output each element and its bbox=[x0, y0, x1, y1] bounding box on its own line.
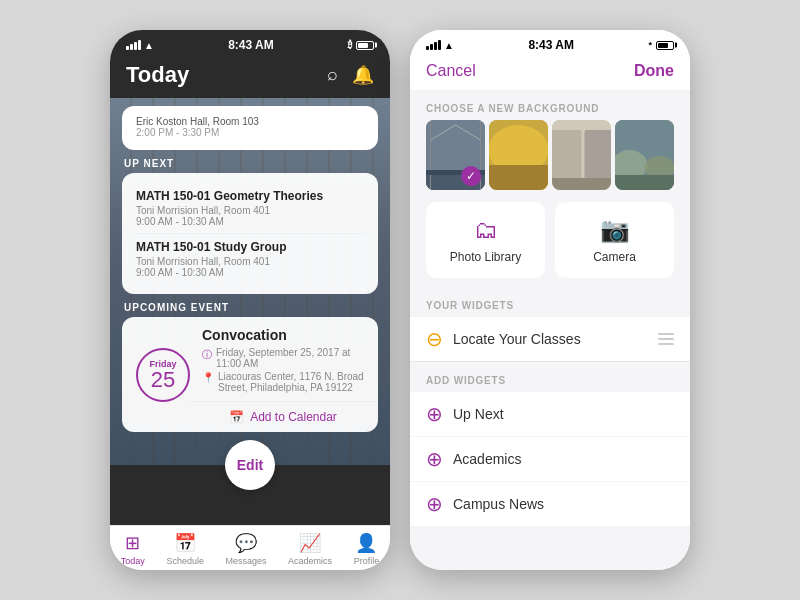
right-wifi-icon: ▲ bbox=[444, 40, 454, 51]
upcoming-event-card[interactable]: Friday 25 Convocation ⓘ Friday, Septembe… bbox=[122, 317, 378, 432]
cancel-button[interactable]: Cancel bbox=[426, 62, 476, 80]
add-academics-icon: ⊕ bbox=[426, 449, 443, 469]
up-next-time-1: 9:00 AM - 10:30 AM bbox=[136, 267, 364, 278]
photo-thumb-2[interactable] bbox=[489, 120, 548, 190]
up-next-label: UP NEXT bbox=[110, 150, 390, 173]
search-icon[interactable]: ⌕ bbox=[327, 64, 338, 86]
photo-library-label: Photo Library bbox=[450, 250, 521, 264]
left-status-bar: ▲ 8:43 AM ₿ bbox=[110, 30, 390, 56]
bell-icon[interactable]: 🔔 bbox=[352, 64, 374, 86]
academics-icon: 📈 bbox=[299, 532, 321, 554]
nav-today-label: Today bbox=[121, 556, 145, 566]
photo-thumb-1[interactable]: ✓ bbox=[426, 120, 485, 190]
add-up-next-icon: ⊕ bbox=[426, 404, 443, 424]
profile-icon: 👤 bbox=[355, 532, 377, 554]
widget-reorder-icon[interactable] bbox=[658, 333, 674, 345]
svg-rect-11 bbox=[552, 130, 582, 180]
nav-profile-label: Profile bbox=[354, 556, 380, 566]
header-actions: ⌕ 🔔 bbox=[327, 64, 374, 86]
right-battery-icon bbox=[656, 41, 674, 50]
add-widget-campus-news[interactable]: ⊕ Campus News bbox=[410, 482, 690, 526]
add-widget-academics[interactable]: ⊕ Academics bbox=[410, 437, 690, 481]
right-header: Cancel Done bbox=[410, 56, 690, 91]
top-event-detail: Eric Koston Hall, Room 103 2:00 PM - 3:3… bbox=[136, 116, 364, 138]
right-bluetooth-icon: * bbox=[648, 40, 652, 50]
schedule-icon: 📅 bbox=[174, 532, 196, 554]
photo-thumb-3[interactable] bbox=[552, 120, 611, 190]
photo-library-button[interactable]: 🗂 Photo Library bbox=[426, 202, 545, 278]
up-next-item-0[interactable]: MATH 150-01 Geometry Theories Toni Morri… bbox=[136, 183, 364, 233]
svg-rect-9 bbox=[489, 165, 548, 190]
nav-schedule[interactable]: 📅 Schedule bbox=[166, 532, 204, 566]
svg-rect-6 bbox=[426, 170, 485, 175]
battery-icon bbox=[356, 41, 374, 50]
upcoming-info: Convocation ⓘ Friday, September 25, 2017… bbox=[202, 327, 364, 422]
nav-today[interactable]: ⊞ Today bbox=[121, 532, 145, 566]
nav-academics[interactable]: 📈 Academics bbox=[288, 532, 332, 566]
upcoming-location-detail: 📍 Liacouras Center, 1176 N. Broad Street… bbox=[202, 371, 364, 393]
camera-button[interactable]: 📷 Camera bbox=[555, 202, 674, 278]
up-next-venue-1: Toni Morrision Hall, Room 401 bbox=[136, 256, 364, 267]
choose-background-label: CHOOSE A NEW BACKGROUND bbox=[410, 91, 690, 120]
widget-locate-classes[interactable]: ⊖ Locate Your Classes bbox=[410, 317, 690, 362]
left-header: Today ⌕ 🔔 bbox=[110, 56, 390, 98]
top-event-time: 2:00 PM - 3:30 PM bbox=[136, 127, 364, 138]
upcoming-title: Convocation bbox=[202, 327, 364, 343]
nav-academics-label: Academics bbox=[288, 556, 332, 566]
add-campus-news-label: Campus News bbox=[453, 496, 544, 512]
add-campus-news-icon: ⊕ bbox=[426, 494, 443, 514]
add-widget-up-next[interactable]: ⊕ Up Next bbox=[410, 392, 690, 436]
remove-widget-icon[interactable]: ⊖ bbox=[426, 329, 443, 349]
add-academics-label: Academics bbox=[453, 451, 521, 467]
nav-schedule-label: Schedule bbox=[166, 556, 204, 566]
svg-rect-12 bbox=[585, 130, 612, 180]
bottom-nav: ⊞ Today 📅 Schedule 💬 Messages 📈 Academic… bbox=[110, 525, 390, 570]
your-widgets-label: YOUR WIDGETS bbox=[410, 288, 690, 317]
location-icon: 📍 bbox=[202, 372, 214, 383]
clock-icon: ⓘ bbox=[202, 348, 212, 362]
add-up-next-label: Up Next bbox=[453, 406, 504, 422]
upcoming-event-label: UPCOMING EVENT bbox=[110, 294, 390, 317]
signal-bars-icon bbox=[126, 40, 141, 50]
done-button[interactable]: Done bbox=[634, 62, 674, 80]
left-time: 8:43 AM bbox=[228, 38, 274, 52]
widget-locate-label: Locate Your Classes bbox=[453, 331, 581, 347]
day-badge: Friday 25 bbox=[136, 348, 190, 402]
calendar-icon: 📅 bbox=[229, 410, 244, 424]
right-content: CHOOSE A NEW BACKGROUND ✓ bbox=[410, 91, 690, 570]
folder-icon: 🗂 bbox=[474, 216, 498, 244]
edit-button[interactable]: Edit bbox=[225, 440, 275, 490]
up-next-venue-0: Toni Morrision Hall, Room 401 bbox=[136, 205, 364, 216]
upcoming-date-detail: ⓘ Friday, September 25, 2017 at 11:00 AM bbox=[202, 347, 364, 369]
top-event-card: Eric Koston Hall, Room 103 2:00 PM - 3:3… bbox=[122, 106, 378, 150]
up-next-item-1[interactable]: MATH 150-01 Study Group Toni Morrision H… bbox=[136, 233, 364, 284]
messages-icon: 💬 bbox=[235, 532, 257, 554]
upcoming-date-text: Friday, September 25, 2017 at 11:00 AM bbox=[216, 347, 364, 369]
page-title: Today bbox=[126, 62, 189, 88]
photo-thumb-4[interactable] bbox=[615, 120, 674, 190]
nav-messages-label: Messages bbox=[225, 556, 266, 566]
picker-row: 🗂 Photo Library 📷 Camera bbox=[410, 202, 690, 288]
left-phone: ▲ 8:43 AM ₿ Today ⌕ 🔔 Eric bbox=[110, 30, 390, 570]
photo-strip: ✓ bbox=[410, 120, 690, 202]
up-next-time-0: 9:00 AM - 10:30 AM bbox=[136, 216, 364, 227]
top-event-venue: Eric Koston Hall, Room 103 bbox=[136, 116, 364, 127]
wifi-icon: ▲ bbox=[144, 40, 154, 51]
add-widgets-label: ADD WIDGETS bbox=[410, 363, 690, 392]
nav-profile[interactable]: 👤 Profile bbox=[354, 532, 380, 566]
add-calendar-btn[interactable]: 📅 Add to Calendar bbox=[188, 401, 378, 432]
nav-messages[interactable]: 💬 Messages bbox=[225, 532, 266, 566]
right-time: 8:43 AM bbox=[528, 38, 574, 52]
svg-rect-17 bbox=[615, 175, 674, 190]
camera-icon: 📷 bbox=[600, 216, 630, 244]
right-status-bar: ▲ 8:43 AM * bbox=[410, 30, 690, 56]
right-status-icons: * bbox=[648, 40, 674, 50]
signal-area: ▲ bbox=[126, 40, 154, 51]
upcoming-location-text: Liacouras Center, 1176 N. Broad Street, … bbox=[218, 371, 364, 393]
right-phone: ▲ 8:43 AM * Cancel Done CHOOSE A NEW BAC… bbox=[410, 30, 690, 570]
svg-rect-13 bbox=[552, 178, 611, 190]
main-content: Eric Koston Hall, Room 103 2:00 PM - 3:3… bbox=[110, 98, 390, 525]
add-calendar-label: Add to Calendar bbox=[250, 410, 337, 424]
right-signal-bars-icon bbox=[426, 40, 441, 50]
right-status-icons: ₿ bbox=[348, 40, 374, 50]
